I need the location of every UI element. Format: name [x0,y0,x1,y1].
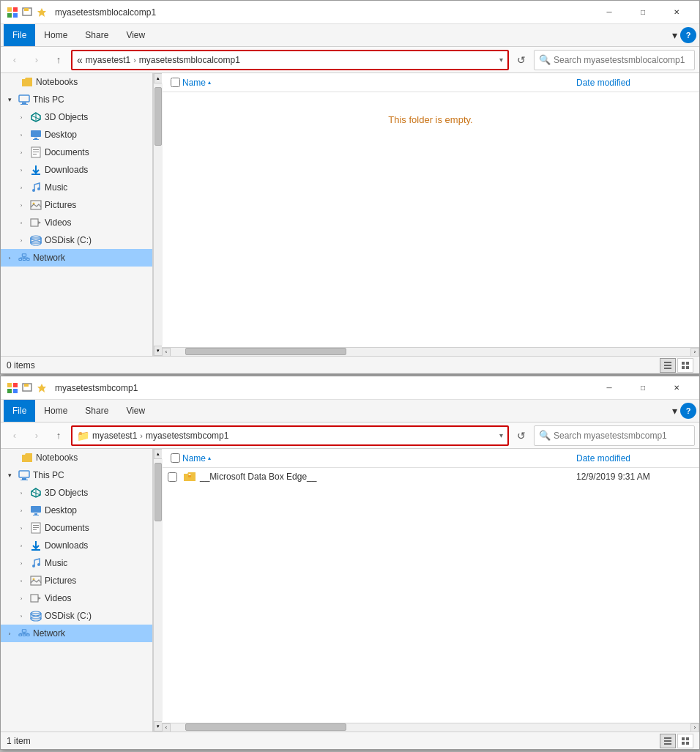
header-check-1[interactable] [168,78,182,87]
sidebar-vscroll-1[interactable]: ▴ ▾ [153,73,162,356]
vscroll-up-1[interactable]: ▴ [154,73,163,83]
chevron-icon-1[interactable]: ▾ [672,29,677,41]
sidebar-item-downloads-2[interactable]: › Downloads [1,537,152,554]
row-check-1[interactable] [168,472,182,482]
header-check-2[interactable] [168,453,182,463]
sidebar-item-network-1[interactable]: › Network [1,249,152,267]
expand-icon-network-1: › [4,252,15,264]
select-all-1[interactable] [171,78,180,87]
tab-file-2[interactable]: File [4,400,35,422]
sidebar-item-pictures-1[interactable]: › Pictures [1,196,152,214]
sidebar-item-osdisk-1[interactable]: › OSDisk (C:) [1,231,152,249]
file-area-1: Name ▴ Date modified This folder is empt… [162,73,699,356]
hscroll-track-2 [171,723,690,732]
address-dropdown-1[interactable]: ▾ [499,56,503,64]
search-input-2[interactable] [554,431,690,441]
label-network-2: Network [33,628,65,639]
close-btn-1[interactable]: ✕ [660,1,693,24]
refresh-btn-1[interactable]: ↺ [512,51,531,70]
sidebar-item-videos-2[interactable]: › Videos [1,589,152,607]
sidebar-item-pictures-2[interactable]: › Pictures [1,572,152,589]
file-name-1: __Microsoft Data Box Edge__ [200,472,576,482]
forward-btn-2[interactable]: › [27,426,46,445]
chevron-icon-2[interactable]: ▾ [672,405,677,417]
vscroll-up-2[interactable]: ▴ [154,449,163,459]
close-btn-2[interactable]: ✕ [660,376,693,400]
sidebar-item-network-2[interactable]: › Network [1,625,152,642]
details-view-btn-2[interactable] [660,734,676,748]
back-btn-2[interactable]: ‹ [5,426,24,445]
back-btn-1[interactable]: ‹ [5,51,24,70]
sidebar-item-3dobjects-2[interactable]: › 3D Objects [1,484,152,502]
pc-icon-1 [18,94,30,105]
search-box-2[interactable]: 🔍 [534,425,695,446]
svg-rect-2 [7,13,12,18]
sidebar-item-3dobjects-1[interactable]: › 3D Objects [1,108,152,126]
search-box-1[interactable]: 🔍 [534,50,695,70]
up-btn-2[interactable]: ↑ [49,426,68,445]
svg-rect-89 [686,742,689,745]
address-dropdown-2[interactable]: ▾ [499,431,503,439]
svg-rect-45 [13,383,18,387]
tab-view-1[interactable]: View [117,24,154,46]
sidebar-item-documents-1[interactable]: › Documents [1,144,152,161]
maximize-btn-2[interactable]: □ [626,376,660,400]
minimize-btn-1[interactable]: ─ [592,1,626,24]
minimize-btn-2[interactable]: ─ [592,376,626,400]
col-name-2[interactable]: Name ▴ [182,453,576,464]
view-controls-2 [660,734,693,748]
sidebar-item-desktop-1[interactable]: › Desktop [1,126,152,144]
svg-rect-52 [21,480,28,480]
hscroll-right-1[interactable]: › [690,348,699,357]
col-date-2[interactable]: Date modified [576,453,693,464]
videos-icon-1 [30,217,42,228]
large-view-btn-2[interactable] [677,734,693,748]
sidebar-item-thispc-2[interactable]: ▾ This PC [1,466,152,484]
address-path2-1: myasetestsmblocalcomp1 [139,55,240,65]
sidebar-vscroll-2[interactable]: ▴ ▾ [153,449,162,731]
sidebar-item-downloads-1[interactable]: › Downloads [1,161,152,179]
address-path1-2: myasetest1 [92,431,137,441]
tab-home-2[interactable]: Home [35,400,76,422]
sidebar-item-videos-1[interactable]: › Videos [1,214,152,231]
tab-home-1[interactable]: Home [35,24,76,46]
tab-share-2[interactable]: Share [76,400,117,422]
hscroll-left-2[interactable]: ‹ [162,723,171,732]
file-checkbox-1[interactable] [168,472,177,482]
sidebar-item-notebooks-2[interactable]: Notebooks [1,449,152,466]
sidebar-item-documents-2[interactable]: › Documents [1,519,152,537]
details-view-btn-1[interactable] [660,358,676,373]
hscroll-right-2[interactable]: › [690,723,699,732]
search-input-1[interactable] [554,55,690,65]
svg-rect-60 [33,525,39,526]
sidebar-item-music-1[interactable]: › Music [1,179,152,196]
sidebar-item-notebooks-1[interactable]: Notebooks [1,73,152,91]
tab-view-2[interactable]: View [117,400,154,422]
expand-icon-dl-1: › [15,164,27,176]
svg-rect-62 [33,529,37,530]
refresh-btn-2[interactable]: ↺ [512,426,531,445]
large-view-btn-1[interactable] [677,358,693,373]
address-box-2[interactable]: 📁 myasetest1 › myasetestsmbcomp1 ▾ [71,425,509,446]
vscroll-down-1[interactable]: ▾ [154,346,163,356]
up-btn-1[interactable]: ↑ [49,51,68,70]
maximize-btn-1[interactable]: □ [626,1,660,24]
vscroll-down-2[interactable]: ▾ [154,721,163,731]
forward-btn-1[interactable]: › [27,51,46,70]
svg-rect-17 [33,152,39,152]
help-btn-1[interactable]: ? [680,27,696,43]
help-btn-2[interactable]: ? [680,403,696,419]
tab-file-1[interactable]: File [4,24,35,46]
table-row[interactable]: __Microsoft Data Box Edge__ 12/9/2019 9:… [162,468,699,485]
expand-icon-dl-2: › [15,540,27,551]
hscroll-left-1[interactable]: ‹ [162,348,171,357]
tab-share-1[interactable]: Share [76,24,117,46]
sidebar-item-desktop-2[interactable]: › Desktop [1,502,152,519]
col-date-1[interactable]: Date modified [576,78,693,88]
select-all-2[interactable] [171,453,180,463]
address-box-1[interactable]: « myasetest1 › myasetestsmblocalcomp1 ▾ [71,50,509,70]
sidebar-item-thispc-1[interactable]: ▾ This PC [1,91,152,108]
col-name-1[interactable]: Name ▴ [182,78,576,88]
sidebar-item-music-2[interactable]: › Music [1,554,152,572]
sidebar-item-osdisk-2[interactable]: › OSDisk (C:) [1,607,152,625]
